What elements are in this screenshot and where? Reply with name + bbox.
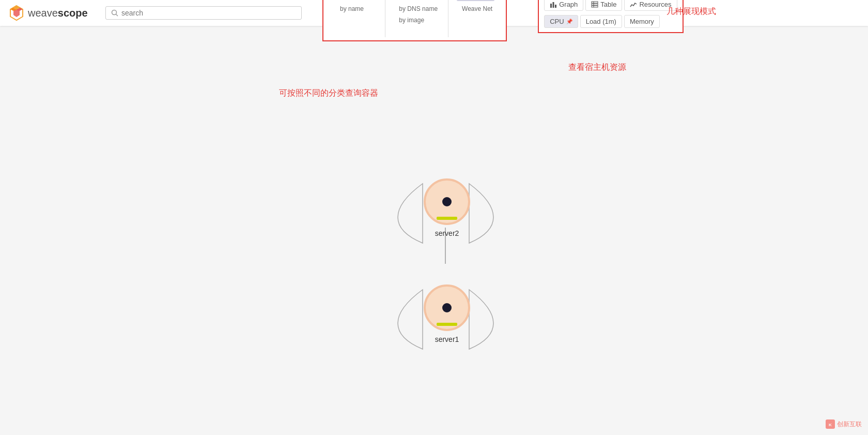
resources-icon	[630, 1, 637, 8]
pin-icon: 📌	[566, 19, 572, 24]
separator-2	[448, 0, 448, 37]
search-input[interactable]	[121, 9, 296, 17]
graph-area: server2 server1	[0, 26, 868, 435]
processes-sub: by name	[335, 4, 377, 13]
logo-text: weavescope	[28, 7, 88, 19]
server2-node[interactable]: server2	[424, 178, 470, 237]
navbar: weavescope Processes by name Containers …	[0, 0, 868, 26]
server1-dot	[442, 303, 452, 312]
svg-text:K: K	[829, 423, 832, 427]
hosts-sub: Weave Net	[457, 4, 494, 13]
load-button[interactable]: Load (1m)	[580, 15, 622, 28]
containers-sub: by DNS name by image	[394, 4, 440, 25]
containers-by-dns-name[interactable]: by DNS name	[397, 4, 440, 13]
svg-rect-11	[592, 4, 598, 5]
nav-group-hosts: Hosts Weave Net	[451, 0, 501, 13]
search-box[interactable]	[105, 6, 302, 20]
processes-by-name[interactable]: by name	[338, 4, 377, 13]
watermark-text: 创新互联	[837, 420, 862, 429]
server1-node[interactable]: server1	[424, 284, 470, 343]
server2-circle	[424, 178, 470, 225]
table-icon	[591, 1, 598, 8]
annotation-modes: 几种展现模式	[667, 6, 716, 17]
watermark: K 创新互联	[826, 419, 862, 429]
logo-area: weavescope	[8, 5, 101, 21]
svg-rect-12	[592, 6, 598, 7]
view-modes-row1: Graph Table Resources	[544, 0, 677, 11]
server2-left-wing	[398, 184, 423, 243]
svg-line-6	[116, 14, 118, 17]
table-button[interactable]: Table	[585, 0, 622, 11]
server2-label: server2	[435, 229, 459, 237]
view-modes: Graph Table Resources CPU	[538, 0, 683, 33]
svg-rect-9	[555, 5, 556, 8]
server2-right-wing	[469, 184, 493, 243]
server2-dot	[442, 197, 452, 206]
hosts-tab[interactable]: Hosts	[457, 0, 494, 1]
logo-icon	[8, 5, 25, 21]
server1-right-wing	[469, 290, 493, 349]
svg-rect-7	[550, 4, 552, 8]
memory-button[interactable]: Memory	[624, 15, 660, 28]
server1-circle	[424, 284, 470, 331]
containers-tab[interactable]: Containers	[394, 0, 440, 1]
nav-tabs: Processes by name Containers by DNS name…	[322, 0, 507, 41]
hosts-weave-net[interactable]: Weave Net	[460, 4, 494, 13]
processes-tab[interactable]: Processes	[335, 0, 377, 1]
search-icon	[111, 9, 118, 17]
watermark-icon: K	[826, 419, 835, 429]
svg-point-5	[112, 10, 117, 15]
server1-left-wing	[398, 290, 423, 349]
cpu-button[interactable]: CPU 📌	[544, 15, 578, 28]
nav-group-processes: Processes by name	[329, 0, 383, 13]
graph-button[interactable]: Graph	[544, 0, 583, 11]
main-content: server2 server1	[0, 26, 868, 435]
server1-bar	[437, 323, 457, 326]
server1-label: server1	[435, 335, 459, 343]
nav-group-containers: Containers by DNS name by image	[388, 0, 446, 25]
server2-bar	[437, 217, 457, 220]
separator-1	[385, 0, 385, 37]
graph-icon	[550, 1, 557, 8]
containers-by-image[interactable]: by image	[397, 16, 440, 25]
svg-rect-10	[592, 2, 598, 3]
svg-rect-8	[553, 2, 554, 8]
view-modes-row2: CPU 📌 Load (1m) Memory	[544, 15, 677, 28]
